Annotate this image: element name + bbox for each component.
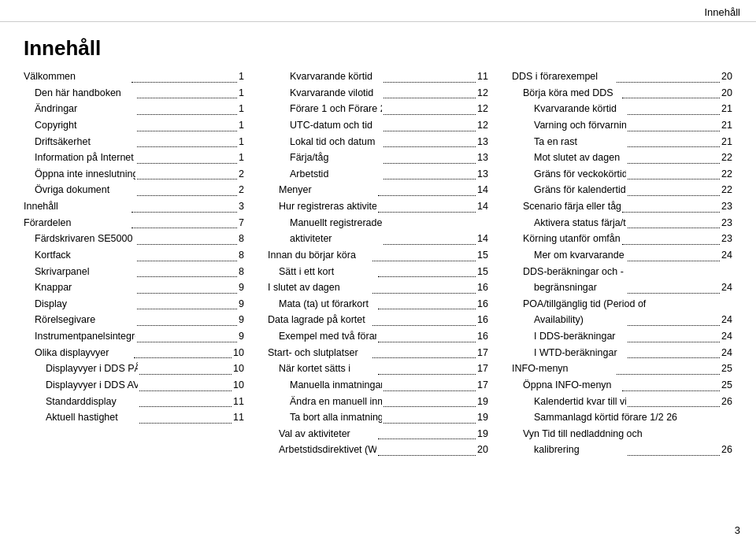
toc-dots — [384, 101, 476, 115]
toc-label: Hur registreras aktiviteter? — [268, 198, 376, 215]
toc-entry: Standarddisplay11 — [24, 394, 244, 410]
toc-page: 13 — [477, 166, 488, 183]
toc-label: aktiviteter — [268, 231, 382, 247]
toc-dots — [139, 409, 232, 424]
toc-label: Förare 1 och Förare 2 — [268, 101, 382, 117]
toc-label: Knappar — [24, 279, 135, 296]
toc-page: 24 — [721, 247, 732, 264]
toc-label: Körning utanför omfång — [512, 231, 621, 247]
page-number: 3 — [735, 524, 740, 536]
toc-page: 16 — [477, 328, 488, 345]
toc-page: 23 — [721, 198, 732, 215]
toc-label: Färja/tåg — [268, 150, 382, 166]
toc-dots — [372, 312, 476, 326]
toc-entry: Kvarvarande körtid11 — [268, 68, 488, 85]
toc-entry: Arbetstid13 — [268, 166, 488, 183]
toc-label: Kortfack — [24, 247, 135, 264]
toc-label: Manuellt registrerade — [268, 215, 488, 231]
toc-entry: POA/tillgänglig tid (Period of — [512, 296, 732, 313]
toc-label: När kortet sätts i — [268, 361, 376, 377]
toc-dots — [137, 279, 238, 294]
toc-dots — [384, 117, 476, 131]
toc-entry: Övriga dokument2 — [24, 182, 244, 198]
toc-label: Mer om kvarvarande körtid — [512, 247, 626, 264]
toc-page: 16 — [477, 312, 488, 328]
toc-entry: Copyright1 — [24, 117, 244, 134]
toc-entry: Kortfack8 — [24, 247, 244, 264]
toc-page: 22 — [721, 166, 732, 183]
toc-entry: Start- och slutplatser17 — [268, 345, 488, 361]
toc-label: Öppna inte inneslutningen — [24, 166, 135, 183]
toc-dots — [137, 264, 238, 278]
toc-entry: Data lagrade på kortet16 — [268, 312, 488, 328]
toc-dots — [137, 134, 238, 148]
toc-dots — [384, 85, 476, 99]
toc-dots — [628, 279, 720, 294]
toc-dots — [628, 247, 720, 261]
toc-label: I slutet av dagen — [268, 279, 371, 296]
toc-entry: Kalendertid kvar till vila26 — [512, 394, 732, 410]
toc-page: 26 — [721, 394, 732, 410]
toc-page: 9 — [239, 312, 244, 328]
toc-entry: Den här handboken1 — [24, 85, 244, 102]
toc-entry: Mot slutet av dagen22 — [512, 150, 732, 166]
toc-label: Gräns för veckokörtid — [512, 166, 626, 183]
toc-entry: Information på Internet1 — [24, 150, 244, 166]
toc-label: Scenario färja eller tåg — [512, 198, 621, 215]
toc-dots — [628, 166, 720, 180]
toc-entry: DDS i förarexempel20 — [512, 68, 732, 85]
toc-page: 12 — [477, 101, 488, 117]
toc-dots — [384, 150, 476, 164]
toc-page: 24 — [721, 328, 732, 345]
toc-page: 25 — [721, 361, 732, 377]
toc-page: 7 — [239, 215, 244, 231]
toc-dots — [378, 328, 476, 342]
toc-label: Displayvyer i DDS PÅ — [24, 361, 138, 377]
toc-label: Innan du börjar köra — [268, 247, 371, 264]
toc-page: 24 — [721, 312, 732, 328]
toc-dots — [628, 345, 720, 359]
toc-label: Data lagrade på kortet — [268, 312, 371, 328]
toc-entry: Scenario färja eller tåg23 — [512, 198, 732, 215]
toc-entry: Rörelsegivare9 — [24, 312, 244, 328]
toc-label: Sätt i ett kort — [268, 264, 376, 280]
toc-dots — [384, 68, 476, 83]
column-3: DDS i förarexempel20Börja köra med DDS20… — [504, 68, 740, 458]
toc-label: Färdskrivaren SE5000 — [24, 231, 135, 247]
toc-dots — [384, 377, 476, 391]
toc-entry: Hur registreras aktiviteter?14 — [268, 198, 488, 215]
toc-dots — [137, 85, 238, 99]
toc-dots — [378, 198, 476, 213]
toc-page: 23 — [721, 215, 732, 231]
toc-label: kalibrering — [512, 442, 626, 458]
toc-dots — [378, 442, 476, 456]
toc-dots — [628, 312, 720, 326]
toc-entry: I WTD-beräkningar24 — [512, 345, 732, 361]
toc-entry: Välkommen1 — [24, 68, 244, 85]
page-footer: 3 — [735, 524, 740, 536]
toc-entry: Öppna inte inneslutningen2 — [24, 166, 244, 183]
toc-label: Den här handboken — [24, 85, 135, 102]
toc-entry: Vyn Tid till nedladdning och — [512, 426, 732, 442]
toc-label: Förardelen — [24, 215, 130, 231]
toc-label: Rörelsegivare — [24, 312, 135, 328]
toc-entry: Menyer14 — [268, 182, 488, 198]
toc-label: Kalendertid kvar till vila — [512, 394, 626, 410]
toc-page: 20 — [721, 85, 732, 102]
toc-dots — [139, 394, 232, 408]
toc-label: Menyer — [268, 182, 376, 198]
toc-dots — [378, 361, 476, 375]
toc-entry: Driftsäkerhet1 — [24, 134, 244, 150]
toc-label: Gräns för kalendertid — [512, 182, 626, 198]
toc-entry: Kvarvarande vilotid12 — [268, 85, 488, 102]
toc-page: 21 — [721, 134, 732, 150]
toc-entry: Olika displayvyer10 — [24, 345, 244, 361]
toc-dots — [132, 215, 238, 229]
toc-entry: Ta bort alla inmatningar19 — [268, 409, 488, 426]
toc-label: Standarddisplay — [24, 394, 138, 410]
toc-entry: Val av aktiviteter19 — [268, 426, 488, 442]
toc-entry: Displayvyer i DDS AV10 — [24, 377, 244, 394]
toc-label: DDS i förarexempel — [512, 68, 615, 85]
toc-label: Aktuell hastighet — [24, 409, 138, 426]
toc-page: 11 — [233, 409, 244, 426]
